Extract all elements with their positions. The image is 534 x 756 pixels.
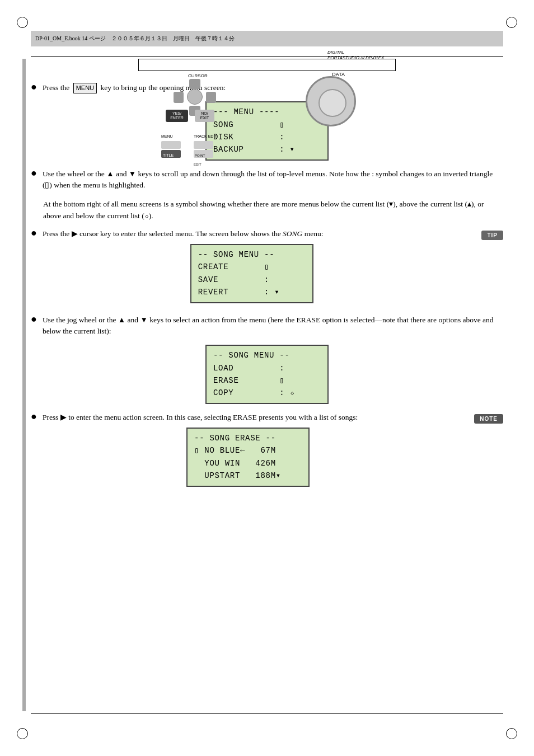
main-content: DATA CURSOR YES/ ENTER NO/ EXIT MENU [31, 59, 503, 711]
section-3-wrapper: ● Press the ▶ cursor key to enter the se… [31, 228, 503, 311]
data-wheel[interactable] [306, 76, 356, 126]
section-5-main: Press ▶ to enter the menu action screen.… [43, 413, 358, 421]
header-file-info: DP-01_OM_E.book 14 ページ ２００５年６月１３日 月曜日 午後… [35, 35, 235, 43]
tip-badge-container: TIP [481, 231, 503, 240]
lcd-4-container: -- SONG ERASE -- ▯ NO BLUE← 67M YOU WIN … [31, 428, 465, 487]
corner-mark-br [506, 728, 517, 739]
bullet-5: ● [31, 411, 37, 422]
lcd-4-line-3: YOU WIN 426M [194, 457, 302, 469]
corner-mark-tr [506, 17, 517, 28]
note-badge-container: NOTE [474, 414, 503, 423]
track-edit-area: TRACK EDIT POINT EDIT [194, 131, 217, 158]
lcd-2-line-3: SAVE : [198, 274, 306, 286]
lcd-2-container: -- SONG MENU -- CREATE ▯ SAVE : REVERT :… [31, 244, 472, 303]
lcd-3-container: -- SONG MENU -- LOAD : ERASE ▯ COPY : ⬦ [31, 345, 503, 404]
lcd-4-line-2: ▯ NO BLUE← 67M [194, 444, 302, 457]
section-use-wheel: ● Use the wheel or the ▲ and ▼ keys to s… [31, 168, 503, 191]
lcd-2-line-4: REVERT : ▾ [198, 286, 306, 298]
bullet-4: ● [31, 313, 37, 325]
cursor-label: CURSOR [188, 73, 208, 78]
cursor-up-btn[interactable] [189, 79, 200, 89]
note-badge: NOTE [474, 414, 503, 424]
menu-label: MENU [161, 134, 173, 138]
yes-enter-label: YES/ ENTER [170, 111, 184, 120]
section-jog-wheel: ● Use the jog wheel or the ▲ and ▼ keys … [31, 314, 503, 337]
section-4-text: Use the jog wheel or the ▲ and ▼ keys to… [43, 314, 503, 337]
section-1-before: Press the [43, 83, 72, 92]
lcd-1-line-2: SONG ▯ [213, 119, 321, 131]
lcd-1-line-3: DISK : [213, 131, 321, 143]
section-1-text: Press the MENU key to bring up the openi… [43, 82, 503, 93]
lcd-3-line-4: COPY : ⬦ [213, 387, 321, 399]
lcd-4-line-4: UPSTART 188M▾ [194, 469, 302, 482]
bullet-1: ● [31, 81, 37, 93]
no-exit-btn[interactable]: NO/ EXIT [195, 110, 214, 122]
bottom-rule [31, 713, 503, 714]
yes-enter-btn[interactable]: YES/ ENTER [166, 110, 188, 122]
section-5-text: Press ▶ to enter the menu action screen.… [43, 412, 465, 423]
bullet-3: ● [31, 227, 37, 239]
section-cursor-key: ● Press the ▶ cursor key to enter the se… [31, 228, 472, 240]
lcd-1-line-4: BACKUP : ▾ [213, 143, 321, 156]
device-name-label: DIGITAL PORTASTUDIO /// DP-01FX [327, 49, 384, 60]
tip-badge: TIP [481, 231, 503, 240]
top-rule [31, 56, 503, 57]
lcd-3-line-1: -- SONG MENU -- [213, 349, 321, 361]
bullet-2: ● [31, 167, 37, 179]
lcd-1-container: --- MENU ---- SONG ▯ DISK : BACKUP : ▾ [31, 101, 503, 161]
lcd-screen-4: -- SONG ERASE -- ▯ NO BLUE← 67M YOU WIN … [186, 428, 310, 487]
device-image-box: DATA CURSOR YES/ ENTER NO/ EXIT MENU [138, 59, 396, 71]
lcd-screen-3: -- SONG MENU -- LOAD : ERASE ▯ COPY : ⬦ [205, 345, 329, 404]
lcd-3-line-3: ERASE ▯ [213, 374, 321, 387]
sub-content-1: At the bottom right of all menu screens … [43, 199, 503, 222]
section-5-left: ● Press ▶ to enter the menu action scree… [31, 412, 465, 495]
lcd-3-line-2: LOAD : [213, 362, 321, 374]
left-bar [22, 59, 26, 711]
title-btn[interactable]: TITLE [161, 150, 181, 158]
track-edit-label: TRACK EDIT [194, 134, 217, 138]
section-4-main: Use the jog wheel or the ▲ and ▼ keys to… [43, 316, 494, 335]
point-edit-btn[interactable]: POINT EDIT [194, 150, 213, 158]
cursor-center [187, 89, 203, 105]
lcd-2-line-1: -- SONG MENU -- [198, 248, 306, 261]
section-3-text: Press the ▶ cursor key to enter the sele… [43, 228, 473, 240]
sub-text-1: At the bottom right of all menu screens … [43, 200, 484, 219]
header-bar: DP-01_OM_E.book 14 ページ ２００５年６月１３日 月曜日 午後… [31, 31, 503, 46]
track-edit-btn[interactable] [194, 141, 213, 149]
cursor-left-btn[interactable] [174, 92, 184, 103]
section-3-left: ● Press the ▶ cursor key to enter the se… [31, 228, 472, 311]
section-5-wrapper: ● Press ▶ to enter the menu action scree… [31, 412, 503, 495]
corner-mark-tl [17, 17, 28, 28]
section-2-text: Use the wheel or the ▲ and ▼ keys to scr… [43, 168, 503, 191]
lcd-4-line-1: -- SONG ERASE -- [194, 432, 302, 444]
section-3-after: menu: [302, 229, 323, 238]
section-press-menu: ● Press the MENU key to bring up the ope… [31, 82, 503, 93]
menu-btn-area: MENU TITLE [161, 131, 181, 158]
lcd-2-line-2: CREATE ▯ [198, 261, 306, 273]
section-press-enter: ● Press ▶ to enter the menu action scree… [31, 412, 465, 423]
title-label: TITLE [161, 153, 174, 157]
section-3-before: Press the ▶ cursor key to enter the sele… [43, 229, 283, 238]
cursor-right-btn[interactable] [206, 92, 216, 103]
no-exit-label: NO/ EXIT [200, 111, 209, 120]
data-wheel-inner [318, 89, 346, 117]
lcd-1-line-1: --- MENU ---- [213, 106, 321, 118]
menu-key-badge: MENU [73, 83, 97, 93]
lcd-screen-2: -- SONG MENU -- CREATE ▯ SAVE : REVERT :… [190, 244, 313, 303]
menu-btn[interactable] [161, 141, 181, 149]
section-2-main: Use the wheel or the ▲ and ▼ keys to scr… [43, 170, 493, 189]
song-italic: SONG [283, 229, 302, 238]
corner-mark-bl [17, 728, 28, 739]
